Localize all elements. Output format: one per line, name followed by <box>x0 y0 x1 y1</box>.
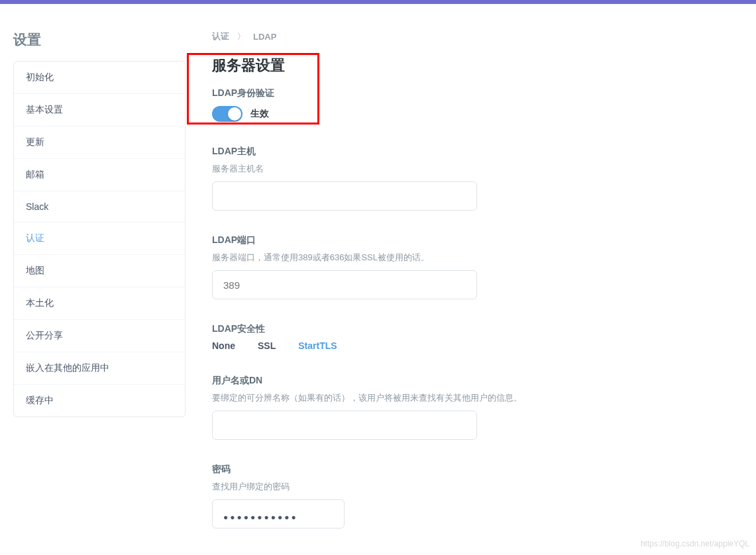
page-title: 设置 <box>13 30 186 49</box>
section-heading: 服务器设置 <box>212 56 702 76</box>
sidebar-item-setup[interactable]: 初始化 <box>14 62 185 94</box>
ldap-host-input[interactable] <box>212 181 477 211</box>
breadcrumb-root[interactable]: 认证 <box>212 30 229 42</box>
password-dots: ●●●●●●●●●●● <box>223 513 298 522</box>
ldap-password-input[interactable]: ●●●●●●●●●●● <box>212 499 345 529</box>
watermark: https://blog.csdn.net/appleYQL <box>641 539 749 548</box>
ldap-auth-toggle-label: 生效 <box>250 108 269 120</box>
ldap-port-desc: 服务器端口，通常使用389或者636如果SSL被使用的话。 <box>212 252 702 264</box>
breadcrumb: 认证 〉 LDAP <box>212 30 702 42</box>
sidebar-item-localization[interactable]: 本土化 <box>14 287 185 320</box>
chevron-right-icon: 〉 <box>237 31 245 42</box>
sidebar-item-email[interactable]: 邮箱 <box>14 159 185 191</box>
sidebar-item-update[interactable]: 更新 <box>14 126 185 159</box>
ldap-password-desc: 查找用户绑定的密码 <box>212 481 702 493</box>
sidebar-item-embed[interactable]: 嵌入在其他的应用中 <box>14 352 185 385</box>
sidebar-item-auth[interactable]: 认证 <box>14 223 185 255</box>
ldap-userdn-label: 用户名或DN <box>212 375 702 387</box>
sidebar-item-public-sharing[interactable]: 公开分享 <box>14 320 185 352</box>
ldap-host-desc: 服务器主机名 <box>212 163 702 175</box>
ldap-security-option-none[interactable]: None <box>212 340 235 351</box>
ldap-security-segmented: None SSL StartTLS <box>212 340 702 351</box>
ldap-password-label: 密码 <box>212 464 702 476</box>
sidebar-item-slack[interactable]: Slack <box>14 191 185 223</box>
ldap-security-option-ssl[interactable]: SSL <box>258 340 276 351</box>
toggle-knob <box>228 107 241 121</box>
ldap-userdn-input[interactable] <box>212 411 477 440</box>
sidebar-menu: 初始化 基本设置 更新 邮箱 Slack 认证 地图 本土化 公开分享 嵌入在其… <box>13 61 186 417</box>
ldap-port-label: LDAP端口 <box>212 234 702 246</box>
breadcrumb-current: LDAP <box>253 32 276 42</box>
ldap-auth-toggle[interactable] <box>212 106 243 122</box>
ldap-port-input[interactable] <box>212 270 477 299</box>
ldap-security-option-starttls[interactable]: StartTLS <box>298 340 337 351</box>
sidebar-item-map[interactable]: 地图 <box>14 255 185 287</box>
sidebar-item-caching[interactable]: 缓存中 <box>14 385 185 417</box>
ldap-security-label: LDAP安全性 <box>212 323 702 335</box>
ldap-userdn-desc: 要绑定的可分辨名称（如果有的话），该用户将被用来查找有关其他用户的信息。 <box>212 392 702 404</box>
sidebar-item-general[interactable]: 基本设置 <box>14 94 185 126</box>
ldap-host-label: LDAP主机 <box>212 146 702 158</box>
ldap-auth-label: LDAP身份验证 <box>212 87 702 99</box>
